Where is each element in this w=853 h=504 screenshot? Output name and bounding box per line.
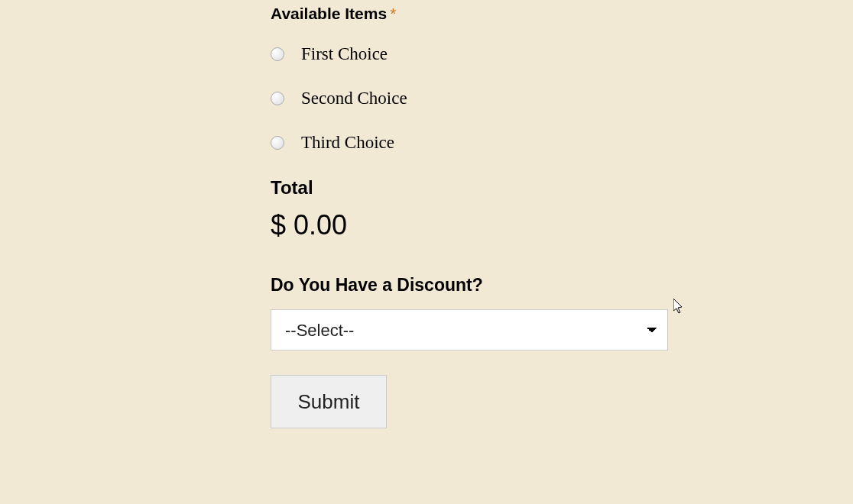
available-items-label: Available Items — [271, 5, 387, 22]
radio-input-second-choice[interactable] — [271, 92, 284, 105]
total-label: Total — [271, 177, 668, 199]
radio-input-first-choice[interactable] — [271, 47, 284, 61]
radio-label-second-choice: Second Choice — [301, 89, 407, 108]
form-container: Available Items* First Choice Second Cho… — [271, 5, 668, 428]
discount-label: Do You Have a Discount? — [271, 275, 668, 296]
available-items-radio-group: First Choice Second Choice Third Choice — [271, 44, 668, 153]
radio-input-third-choice[interactable] — [271, 136, 284, 150]
radio-label-third-choice: Third Choice — [301, 133, 394, 153]
available-items-field: Available Items* First Choice Second Cho… — [271, 5, 668, 153]
total-section: Total $ 0.00 — [271, 177, 668, 241]
radio-item-third-choice[interactable]: Third Choice — [271, 133, 668, 153]
required-asterisk: * — [390, 5, 396, 22]
cursor-icon — [673, 299, 686, 315]
radio-label-first-choice: First Choice — [301, 44, 388, 64]
total-value: $ 0.00 — [271, 209, 668, 241]
radio-item-first-choice[interactable]: First Choice — [271, 44, 668, 64]
discount-section: Do You Have a Discount? --Select-- — [271, 275, 668, 351]
discount-select[interactable]: --Select-- — [271, 309, 668, 351]
submit-button[interactable]: Submit — [271, 375, 387, 428]
radio-item-second-choice[interactable]: Second Choice — [271, 89, 668, 108]
